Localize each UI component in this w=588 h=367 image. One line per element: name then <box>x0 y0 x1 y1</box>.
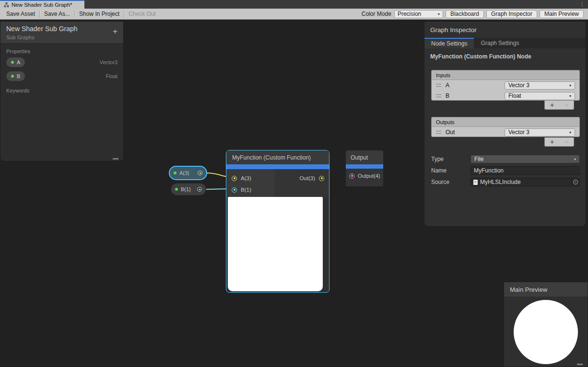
property-name: A <box>17 59 20 65</box>
graph-document-tab[interactable]: New Shader Sub Graph* <box>0 0 84 9</box>
main-preview-toggle-button[interactable]: Main Preview <box>540 10 584 18</box>
blackboard-resize-handle[interactable] <box>113 158 118 160</box>
input-type-dropdown[interactable]: Float ▾ <box>505 92 575 100</box>
exposed-dot-icon <box>11 75 14 78</box>
port-a-out[interactable] <box>198 171 202 175</box>
blackboard-subtitle: Sub Graphs <box>6 34 118 40</box>
remove-output-button[interactable]: − <box>564 138 568 145</box>
property-node-a[interactable]: A(3) <box>169 166 207 180</box>
port-icon[interactable] <box>232 176 237 181</box>
remove-input-button[interactable]: − <box>564 102 568 108</box>
port-label: A(3) <box>241 175 251 181</box>
output-port-row[interactable]: Output(4) <box>346 169 383 179</box>
inputs-row-a[interactable]: A Vector 3 ▾ <box>432 80 579 91</box>
chevron-down-icon: ▾ <box>569 130 571 135</box>
shader-preview-sphere[interactable] <box>514 300 578 364</box>
name-field-row: Name <box>424 166 586 175</box>
output-name: Out <box>446 129 455 136</box>
outputs-list-footer: + − <box>544 138 574 147</box>
blackboard-toggle-button[interactable]: Blackboard <box>446 10 484 18</box>
outputs-list: Outputs Out Vector 3 ▾ <box>431 117 580 137</box>
input-name: A <box>446 82 449 89</box>
type-value: File <box>474 156 483 162</box>
main-preview-resize-handle[interactable] <box>577 364 583 365</box>
node-body: A(3) B(1) Out(3) <box>226 169 329 197</box>
save-as-button[interactable]: Save As... <box>40 9 74 19</box>
outputs-row-out[interactable]: Out Vector 3 ▾ <box>432 127 579 138</box>
property-pill[interactable]: B <box>6 71 25 81</box>
name-field-wrap <box>470 166 580 175</box>
exposed-dot-icon <box>174 172 176 174</box>
type-dropdown[interactable]: File ▾ <box>470 155 580 163</box>
kebab-menu-icon[interactable]: ⋮ <box>579 0 585 8</box>
output-node[interactable]: Output Output(4) <box>345 150 384 187</box>
property-row-b[interactable]: B Float <box>0 69 123 83</box>
exposed-dot-icon <box>11 61 14 64</box>
add-output-button[interactable]: + <box>550 138 554 145</box>
color-mode-value: Precision <box>398 11 421 17</box>
selected-node-heading: MyFunction (Custom Function) Node <box>430 53 531 60</box>
input-type-value: Float <box>508 92 521 99</box>
property-type: Float <box>106 73 118 79</box>
node-output-column: Out(3) <box>275 169 329 197</box>
precision-color-bar <box>346 164 383 169</box>
node-title[interactable]: MyFunction (Custom Function) <box>226 150 329 164</box>
inspector-title: Graph Inspector <box>430 26 477 34</box>
tab-title: New Shader Sub Graph* <box>12 2 72 8</box>
node-preview[interactable] <box>228 197 323 291</box>
type-field-row: Type File ▾ <box>424 155 586 164</box>
output-port-out[interactable]: Out(3) <box>299 174 324 182</box>
port-label: Out(3) <box>299 175 315 181</box>
inputs-row-b[interactable]: B Float ▾ <box>432 91 579 101</box>
chevron-down-icon: ▾ <box>569 94 571 98</box>
chevron-down-icon: ▾ <box>574 157 576 161</box>
toolbar: Save Asset Save As... Show In Project Ch… <box>0 9 588 20</box>
blackboard-title: New Shader Sub Graph <box>6 25 118 33</box>
port-icon[interactable] <box>349 173 354 179</box>
add-property-button[interactable]: + <box>113 27 118 35</box>
property-node-label: A(3) <box>179 170 189 176</box>
property-pill[interactable]: A <box>6 57 25 67</box>
main-preview-panel: Main Preview <box>504 282 588 367</box>
source-value: MyHLSLInclude <box>480 179 521 185</box>
color-mode-dropdown[interactable]: Precision ▾ <box>394 10 443 18</box>
source-object-field[interactable]: MyHLSLInclude <box>470 178 580 186</box>
drag-handle-icon[interactable] <box>436 94 441 97</box>
output-type-value: Vector 3 <box>508 129 529 136</box>
port-b-out[interactable] <box>197 187 202 192</box>
port-label: Output(4) <box>358 173 380 179</box>
tab-graph-settings[interactable]: Graph Settings <box>474 38 526 48</box>
outputs-list-header: Outputs <box>432 117 579 127</box>
input-port-a[interactable]: A(3) <box>226 172 275 184</box>
port-icon[interactable] <box>319 176 324 181</box>
object-picker-icon <box>573 180 578 184</box>
property-row-a[interactable]: A Vector3 <box>0 55 123 69</box>
inputs-list-footer: + − <box>544 101 574 110</box>
port-icon[interactable] <box>232 187 237 193</box>
save-asset-button[interactable]: Save Asset <box>2 9 39 19</box>
drag-handle-icon[interactable] <box>436 131 441 134</box>
color-mode-label: Color Mode <box>362 11 391 17</box>
custom-function-node[interactable]: MyFunction (Custom Function) A(3) B(1) O… <box>226 150 329 293</box>
name-field[interactable] <box>470 166 580 175</box>
input-port-b[interactable]: B(1) <box>226 184 275 195</box>
source-field-row: Source MyHLSLInclude <box>424 178 586 187</box>
port-label: B(1) <box>241 187 251 193</box>
output-type-dropdown[interactable]: Vector 3 ▾ <box>505 128 575 137</box>
blackboard-header: New Shader Sub Graph Sub Graphs + <box>0 22 123 44</box>
input-type-dropdown[interactable]: Vector 3 ▾ <box>505 81 575 90</box>
inputs-list-header: Inputs <box>432 70 579 80</box>
chevron-down-icon: ▾ <box>438 12 440 16</box>
object-picker-button[interactable] <box>571 178 579 186</box>
node-title[interactable]: Output <box>346 150 383 164</box>
add-input-button[interactable]: + <box>550 102 554 108</box>
drag-handle-icon[interactable] <box>436 84 441 87</box>
main-preview-title: Main Preview <box>504 282 588 297</box>
property-node-b[interactable]: B(1) <box>171 183 206 195</box>
blackboard-panel: New Shader Sub Graph Sub Graphs + Proper… <box>0 21 124 161</box>
tab-node-settings[interactable]: Node Settings <box>424 38 474 48</box>
graph-inspector-toggle-button[interactable]: Graph Inspector <box>486 10 537 18</box>
show-in-project-button[interactable]: Show In Project <box>75 9 124 19</box>
type-label: Type <box>431 156 444 162</box>
inspector-tabs: Node Settings Graph Settings <box>424 38 586 48</box>
